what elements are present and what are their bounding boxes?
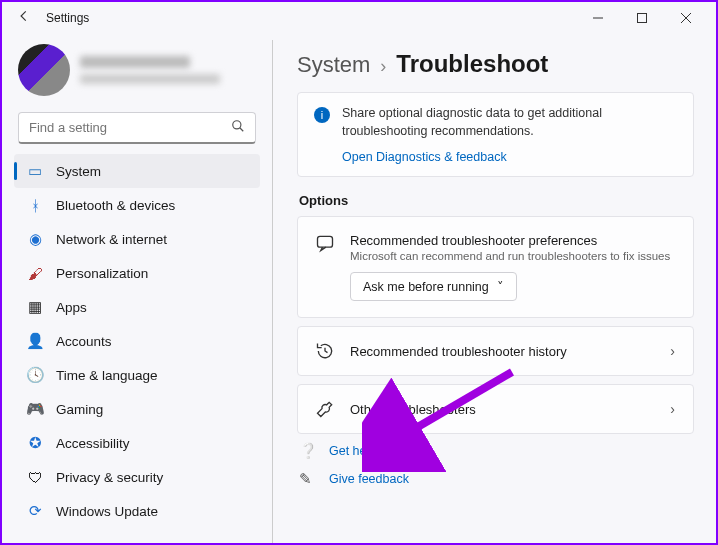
- breadcrumb-parent[interactable]: System: [297, 52, 370, 78]
- troubleshooter-preferences-card: Recommended troubleshooter preferences M…: [297, 216, 694, 318]
- help-icon: ❔: [299, 442, 317, 460]
- back-button[interactable]: [10, 9, 38, 27]
- profile-header[interactable]: [14, 40, 260, 108]
- search-box[interactable]: [18, 112, 256, 144]
- history-icon: [314, 341, 336, 361]
- search-input[interactable]: [29, 120, 231, 135]
- shield-icon: 🛡: [26, 468, 44, 486]
- page-title: Troubleshoot: [396, 50, 548, 78]
- gamepad-icon: 🎮: [26, 400, 44, 418]
- history-title: Recommended troubleshooter history: [350, 344, 654, 359]
- main-panel: System › Troubleshoot i Share optional d…: [273, 34, 716, 543]
- search-icon: [231, 119, 245, 136]
- give-feedback-link[interactable]: ✎ Give feedback: [299, 470, 694, 488]
- nav-system[interactable]: ▭System: [14, 154, 260, 188]
- troubleshooter-history-row[interactable]: Recommended troubleshooter history ›: [297, 326, 694, 376]
- pref-dropdown[interactable]: Ask me before running ˅: [350, 272, 517, 301]
- other-troubleshooters-row[interactable]: Other troubleshooters ›: [297, 384, 694, 434]
- diagnostics-message: Share optional diagnostic data to get ad…: [342, 105, 677, 140]
- chevron-right-icon: ›: [668, 343, 677, 359]
- wrench-icon: [314, 399, 336, 419]
- clock-icon: 🕓: [26, 366, 44, 384]
- info-icon: i: [314, 107, 330, 123]
- profile-name-redacted: [80, 56, 190, 68]
- update-icon: ⟳: [26, 502, 44, 520]
- nav-list: ▭System ᚼBluetooth & devices ◉Network & …: [14, 154, 260, 528]
- options-heading: Options: [299, 193, 694, 208]
- diagnostics-info-card: i Share optional diagnostic data to get …: [297, 92, 694, 177]
- chevron-down-icon: ˅: [497, 279, 504, 294]
- pref-subtitle: Microsoft can recommend and run troubles…: [350, 250, 677, 262]
- breadcrumb: System › Troubleshoot: [297, 50, 694, 78]
- nav-accounts[interactable]: 👤Accounts: [14, 324, 260, 358]
- minimize-button[interactable]: [576, 3, 620, 33]
- window-title: Settings: [38, 11, 89, 25]
- chevron-right-icon: ›: [380, 56, 386, 77]
- svg-rect-6: [318, 236, 333, 247]
- svg-rect-1: [638, 14, 647, 23]
- pref-title: Recommended troubleshooter preferences: [350, 233, 677, 248]
- nav-personalization[interactable]: 🖌Personalization: [14, 256, 260, 290]
- apps-icon: ▦: [26, 298, 44, 316]
- avatar: [18, 44, 70, 96]
- get-help-link[interactable]: ❔ Get help: [299, 442, 694, 460]
- nav-network[interactable]: ◉Network & internet: [14, 222, 260, 256]
- profile-email-redacted: [80, 74, 220, 84]
- titlebar: Settings: [2, 2, 716, 34]
- nav-privacy[interactable]: 🛡Privacy & security: [14, 460, 260, 494]
- nav-update[interactable]: ⟳Windows Update: [14, 494, 260, 528]
- person-icon: 👤: [26, 332, 44, 350]
- chevron-right-icon: ›: [668, 401, 677, 417]
- bluetooth-icon: ᚼ: [26, 196, 44, 214]
- nav-apps[interactable]: ▦Apps: [14, 290, 260, 324]
- svg-line-5: [240, 128, 244, 132]
- close-button[interactable]: [664, 3, 708, 33]
- brush-icon: 🖌: [26, 264, 44, 282]
- accessibility-icon: ✪: [26, 434, 44, 452]
- nav-gaming[interactable]: 🎮Gaming: [14, 392, 260, 426]
- maximize-button[interactable]: [620, 3, 664, 33]
- nav-accessibility[interactable]: ✪Accessibility: [14, 426, 260, 460]
- other-title: Other troubleshooters: [350, 402, 654, 417]
- sidebar: ▭System ᚼBluetooth & devices ◉Network & …: [2, 34, 272, 543]
- system-icon: ▭: [26, 162, 44, 180]
- nav-time[interactable]: 🕓Time & language: [14, 358, 260, 392]
- svg-point-4: [233, 121, 241, 129]
- open-diagnostics-link[interactable]: Open Diagnostics & feedback: [342, 150, 507, 164]
- chat-icon: [314, 233, 336, 253]
- nav-bluetooth[interactable]: ᚼBluetooth & devices: [14, 188, 260, 222]
- feedback-icon: ✎: [299, 470, 317, 488]
- wifi-icon: ◉: [26, 230, 44, 248]
